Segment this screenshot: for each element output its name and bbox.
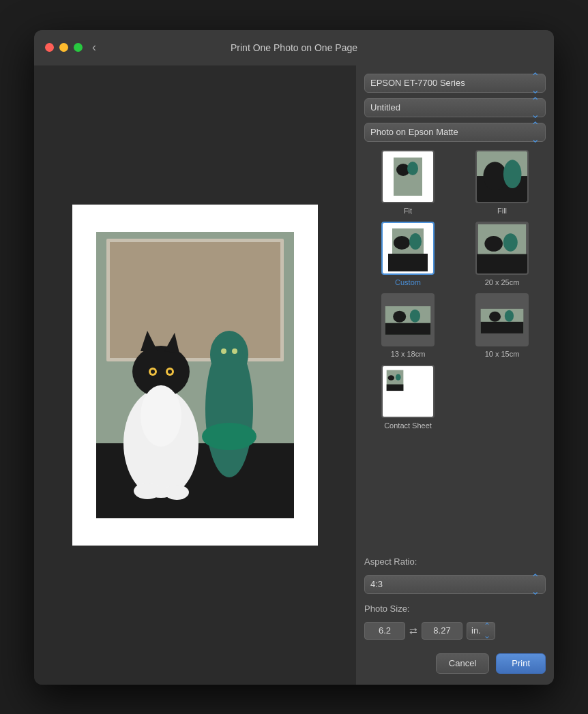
- close-button[interactable]: [45, 43, 54, 52]
- titlebar: ‹ Print One Photo on One Page: [34, 30, 554, 65]
- layout-item-13x18[interactable]: 13 x 18cm: [364, 293, 452, 358]
- layout-item-10x15[interactable]: 10 x 15cm: [458, 293, 546, 358]
- photo-size-width-input[interactable]: [364, 622, 405, 640]
- layout-thumb-20x25: [475, 222, 529, 275]
- svg-point-10: [141, 385, 181, 447]
- layout-item-custom[interactable]: Custom: [364, 222, 452, 286]
- svg-point-54: [396, 374, 401, 380]
- aspect-ratio-dropdown[interactable]: 4:3 ⌃⌄: [364, 575, 546, 594]
- layout-grid: Fit Fill: [364, 150, 546, 430]
- layout-thumb-contact: [381, 365, 435, 418]
- svg-rect-37: [477, 254, 527, 273]
- traffic-lights: [45, 43, 83, 52]
- layout-thumb-fill: [475, 150, 529, 203]
- svg-rect-42: [385, 323, 430, 334]
- back-button[interactable]: ‹: [92, 40, 96, 55]
- svg-point-25: [407, 162, 418, 175]
- svg-rect-32: [388, 254, 428, 271]
- layout-thumb-custom: [381, 222, 435, 275]
- svg-rect-52: [387, 384, 404, 390]
- svg-point-38: [484, 235, 503, 251]
- svg-point-53: [388, 375, 394, 381]
- svg-point-20: [134, 483, 161, 499]
- layout-label-fit: Fit: [404, 207, 412, 215]
- svg-point-33: [394, 236, 410, 250]
- printer-dropdown[interactable]: EPSON ET-7700 Series ⌃⌄: [364, 74, 546, 93]
- svg-point-21: [164, 485, 189, 500]
- unit-arrow: ⌃⌄: [484, 621, 490, 640]
- layout-label-fill: Fill: [497, 207, 507, 215]
- layout-label-custom: Custom: [395, 278, 421, 286]
- svg-point-14: [168, 370, 172, 374]
- cancel-button[interactable]: Cancel: [436, 653, 489, 674]
- layout-thumb-fit: [381, 150, 435, 203]
- photo-size-height-input[interactable]: [422, 622, 462, 640]
- layout-label-13x18: 13 x 18cm: [391, 350, 426, 358]
- layout-item-fit[interactable]: Fit: [364, 150, 452, 215]
- svg-point-43: [393, 310, 406, 322]
- svg-point-29: [503, 160, 522, 188]
- svg-rect-23: [394, 158, 422, 196]
- print-button[interactable]: Print: [496, 653, 546, 674]
- svg-point-16: [221, 348, 226, 354]
- window-title: Print One Photo on One Page: [231, 42, 357, 53]
- control-pane: EPSON ET-7700 Series ⌃⌄ Untitled ⌃⌄ Phot…: [356, 65, 554, 685]
- svg-point-48: [489, 311, 501, 321]
- paper-dropdown[interactable]: Photo on Epson Matte ⌃⌄: [364, 123, 546, 142]
- main-content: EPSON ET-7700 Series ⌃⌄ Untitled ⌃⌄ Phot…: [34, 65, 554, 685]
- paper-dropdown-arrow: ⌃⌄: [531, 119, 540, 145]
- preset-dropdown-arrow: ⌃⌄: [531, 95, 540, 121]
- aspect-ratio-arrow: ⌃⌄: [531, 571, 540, 597]
- paper-label: Photo on Epson Matte: [370, 127, 458, 137]
- layout-item-fill[interactable]: Fill: [458, 150, 546, 215]
- bottom-buttons: Cancel Print: [364, 653, 546, 676]
- photo-preview-image: [96, 232, 294, 518]
- layout-thumb-13x18: [381, 293, 435, 346]
- svg-point-17: [232, 348, 237, 354]
- svg-point-28: [483, 162, 506, 190]
- preset-dropdown[interactable]: Untitled ⌃⌄: [364, 98, 546, 117]
- svg-point-15: [216, 338, 243, 368]
- maximize-button[interactable]: [74, 43, 83, 52]
- layout-label-20x25: 20 x 25cm: [485, 278, 520, 286]
- photo-size-row: ⇄ in. ⌃⌄: [364, 622, 546, 640]
- svg-point-49: [505, 310, 514, 321]
- preview-pane: [34, 65, 356, 685]
- layout-item-contact[interactable]: Contact Sheet: [364, 365, 452, 430]
- unit-label: in.: [471, 625, 481, 636]
- layout-thumb-10x15: [475, 293, 529, 346]
- svg-point-39: [503, 233, 518, 252]
- layout-label-contact: Contact Sheet: [384, 421, 432, 430]
- print-dialog-window: ‹ Print One Photo on One Page: [34, 30, 554, 685]
- layout-item-20x25[interactable]: 20 x 25cm: [458, 222, 546, 286]
- photo-size-label: Photo Size:: [364, 604, 546, 614]
- minimize-button[interactable]: [59, 43, 68, 52]
- paper-preview: [72, 205, 318, 546]
- printer-label: EPSON ET-7700 Series: [370, 78, 465, 88]
- svg-point-13: [151, 370, 155, 374]
- svg-rect-47: [481, 321, 524, 333]
- swap-icon[interactable]: ⇄: [409, 625, 417, 636]
- svg-point-44: [410, 309, 420, 322]
- printer-dropdown-arrow: ⌃⌄: [531, 70, 540, 96]
- unit-dropdown[interactable]: in. ⌃⌄: [467, 622, 495, 640]
- svg-rect-2: [110, 242, 280, 358]
- svg-point-34: [409, 233, 422, 250]
- layout-label-10x15: 10 x 15cm: [485, 350, 520, 358]
- aspect-ratio-value: 4:3: [370, 579, 383, 589]
- aspect-ratio-label: Aspect Ratio:: [364, 556, 546, 567]
- preset-label: Untitled: [370, 102, 400, 113]
- svg-point-19: [202, 423, 256, 450]
